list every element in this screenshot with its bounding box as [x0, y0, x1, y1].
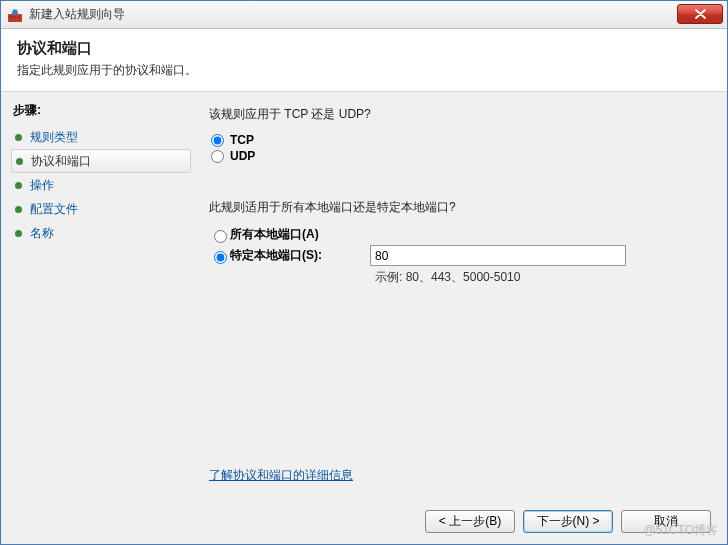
bullet-icon [15, 182, 22, 189]
step-profile[interactable]: 配置文件 [11, 197, 191, 221]
protocol-question: 该规则应用于 TCP 还是 UDP? [209, 106, 709, 123]
bullet-icon [16, 158, 23, 165]
firewall-icon [7, 7, 23, 23]
svg-rect-2 [13, 16, 16, 18]
footer: < 上一步(B) 下一步(N) > 取消 @51CTO博客 [1, 498, 727, 544]
step-label: 名称 [30, 225, 54, 242]
radio-udp[interactable] [211, 150, 224, 163]
step-rule-type[interactable]: 规则类型 [11, 125, 191, 149]
radio-tcp-label[interactable]: TCP [230, 133, 254, 147]
radio-all-ports[interactable] [214, 230, 227, 243]
radio-udp-row: UDP [209, 149, 709, 163]
radio-udp-label[interactable]: UDP [230, 149, 255, 163]
close-icon [695, 9, 706, 19]
learn-more-link[interactable]: 了解协议和端口的详细信息 [209, 467, 353, 484]
bullet-icon [15, 134, 22, 141]
steps-label: 步骤: [11, 100, 191, 125]
back-button[interactable]: < 上一步(B) [425, 510, 515, 533]
radio-tcp[interactable] [211, 134, 224, 147]
steps-sidebar: 步骤: 规则类型 协议和端口 操作 配置文件 名称 [1, 92, 191, 498]
step-label: 操作 [30, 177, 54, 194]
step-label: 协议和端口 [31, 153, 91, 170]
step-name[interactable]: 名称 [11, 221, 191, 245]
page-title: 协议和端口 [17, 39, 711, 58]
port-section: 此规则适用于所有本地端口还是特定本地端口? 所有本地端口(A) 特定本地端口(S… [209, 199, 709, 286]
radio-specific-ports[interactable] [214, 251, 227, 264]
radio-tcp-row: TCP [209, 133, 709, 147]
page-subtitle: 指定此规则应用于的协议和端口。 [17, 62, 711, 79]
step-label: 配置文件 [30, 201, 78, 218]
radio-specific-ports-row: 特定本地端口(S): [209, 245, 709, 266]
window-title: 新建入站规则向导 [29, 6, 125, 23]
wizard-window: 新建入站规则向导 协议和端口 指定此规则应用于的协议和端口。 步骤: 规则类型 … [0, 0, 728, 545]
svg-rect-3 [17, 16, 20, 18]
content-pane: 该规则应用于 TCP 还是 UDP? TCP UDP 此规则适用于所有本地端口还… [191, 92, 727, 498]
svg-rect-1 [9, 16, 12, 18]
page-header: 协议和端口 指定此规则应用于的协议和端口。 [1, 29, 727, 92]
step-label: 规则类型 [30, 129, 78, 146]
body: 步骤: 规则类型 协议和端口 操作 配置文件 名称 [1, 92, 727, 498]
port-question: 此规则适用于所有本地端口还是特定本地端口? [209, 199, 709, 216]
step-action[interactable]: 操作 [11, 173, 191, 197]
radio-all-ports-label[interactable]: 所有本地端口(A) [230, 226, 370, 243]
next-button[interactable]: 下一步(N) > [523, 510, 613, 533]
port-example: 示例: 80、443、5000-5010 [375, 269, 709, 286]
bullet-icon [15, 206, 22, 213]
radio-all-ports-row: 所有本地端口(A) [209, 226, 709, 243]
specific-ports-input[interactable] [370, 245, 626, 266]
cancel-button[interactable]: 取消 [621, 510, 711, 533]
close-button[interactable] [677, 4, 723, 24]
titlebar: 新建入站规则向导 [1, 1, 727, 29]
radio-specific-ports-label[interactable]: 特定本地端口(S): [230, 247, 370, 264]
bullet-icon [15, 230, 22, 237]
step-protocol-port[interactable]: 协议和端口 [11, 149, 191, 173]
